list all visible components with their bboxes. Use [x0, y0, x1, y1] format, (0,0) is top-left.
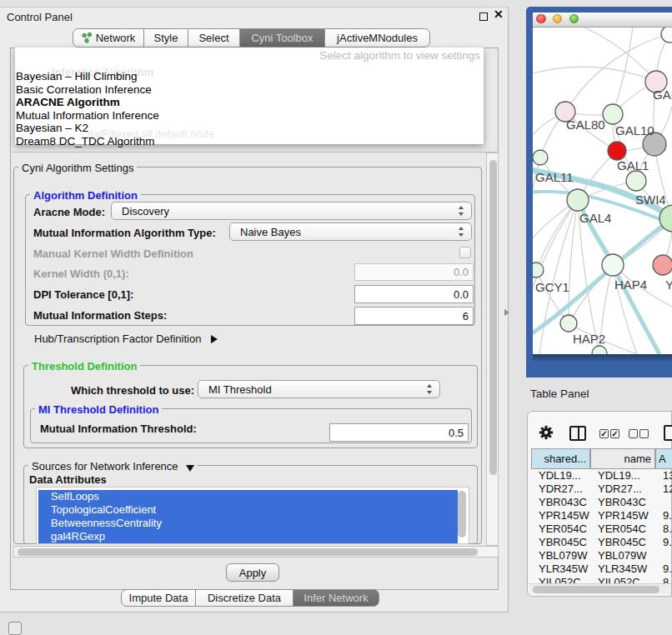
attribute-list-item[interactable]: TopologicalCoefficient [38, 503, 458, 517]
node-label: GAL11 [535, 170, 574, 184]
panel-divider-collapse-icon[interactable] [504, 309, 509, 316]
table-row[interactable]: YLR345WYLR345W9. [532, 562, 672, 576]
network-window-titlebar[interactable] [533, 12, 672, 28]
select-all-columns-icon[interactable]: ✓ [599, 429, 609, 438]
attribute-list-item[interactable]: SelfLoops [38, 490, 458, 503]
table-column-header[interactable]: name [590, 448, 655, 469]
node-label: Y [665, 278, 672, 292]
mi-type-select[interactable]: Naive Bayes [229, 222, 472, 241]
export-table-icon[interactable] [664, 425, 672, 441]
network-canvas[interactable]: GALGAL80GAL10GAL1GAL11SWI4GAL4HAP4YGCY1H… [533, 28, 672, 354]
tab-network[interactable]: Network [73, 28, 144, 48]
table-row[interactable]: YER054CYER054C8. [532, 522, 672, 536]
kernel-width-label: Kernel Width (0,1): [33, 268, 129, 280]
gear-icon[interactable] [539, 425, 554, 440]
tab-label: Infer Network [303, 592, 368, 604]
zoom-traffic-light-icon[interactable] [569, 14, 579, 24]
table-row[interactable]: YPR145WYPR145W9. [532, 509, 672, 522]
tab-infer-network[interactable]: Infer Network [293, 589, 379, 607]
minimize-traffic-light-icon[interactable] [553, 14, 563, 24]
horizontal-scrollbar[interactable] [13, 546, 499, 558]
sources-toggle[interactable]: Sources for Network Inference [28, 460, 198, 472]
table-cell: YLR345W [591, 562, 656, 576]
tab-label: Cyni Toolbox [251, 32, 313, 44]
which-threshold-select[interactable]: MI Threshold [198, 380, 440, 398]
dpi-tolerance-field[interactable]: 0.0 [354, 285, 474, 303]
algorithm-option[interactable]: Bayesian – K2 [16, 122, 483, 135]
manual-kernel-checkbox[interactable] [459, 247, 471, 258]
minimized-panel-button[interactable] [8, 622, 22, 635]
show-columns-icon[interactable] [569, 426, 586, 441]
tab-label: Network [96, 32, 136, 44]
network-view-window: GALGAL80GAL10GAL1GAL11SWI4GAL4HAP4YGCY1H… [526, 7, 672, 378]
node-bottom[interactable] [592, 346, 607, 354]
tab-label: Select [198, 32, 228, 44]
table-row[interactable]: YBR045CYBR045C9. [532, 536, 672, 549]
attribute-list-item[interactable]: BetweennessCentrality [38, 517, 458, 530]
table-horizontal-scrollbar[interactable] [529, 583, 671, 594]
kernel-width-field[interactable]: 0.0 [354, 263, 474, 281]
table-cell: 13 [656, 469, 672, 482]
table-row[interactable]: YDL19...YDL19...13 [532, 469, 672, 482]
mi-threshold-field[interactable]: 0.5 [329, 423, 469, 442]
table-cell: YER054C [591, 522, 656, 536]
aracne-mode-value: Discovery [122, 205, 169, 218]
close-traffic-light-icon[interactable] [536, 14, 546, 24]
table-horizontal-scrollbar-thumb[interactable] [533, 586, 659, 593]
top-tab-bar: Network Style Select Cyni Toolbox jActiv… [73, 28, 430, 48]
algorithm-option[interactable]: Basic Correlation Inference [16, 83, 483, 97]
table-row[interactable]: YBL079WYBL079W [532, 549, 672, 562]
tab-cyni-toolbox[interactable]: Cyni Toolbox [239, 28, 325, 48]
tab-label: Discretize Data [208, 592, 281, 604]
tab-select[interactable]: Select [188, 28, 240, 48]
data-attributes-list[interactable]: SelfLoopsTopologicalCoefficientBetweenne… [36, 487, 469, 544]
table-cell: 9. [656, 562, 672, 576]
table-row[interactable]: YDR27...YDR27...12 [532, 482, 672, 496]
node-label: HAP2 [573, 332, 605, 346]
vertical-scrollbar[interactable] [486, 152, 499, 546]
mi-steps-field[interactable]: 6 [354, 307, 474, 325]
attribute-list-item[interactable]: gal4RGexp [38, 530, 458, 543]
table-row[interactable]: YBR043CYBR043C [532, 496, 672, 509]
node-gcy1[interactable] [533, 262, 544, 278]
node-gal1[interactable] [626, 171, 646, 191]
node-salmon[interactable] [653, 255, 672, 275]
tab-discretize-data[interactable]: Discretize Data [195, 589, 293, 607]
which-threshold-label: Which threshold to use: [71, 384, 194, 397]
node-gal4[interactable] [567, 189, 589, 211]
node-gal10[interactable] [603, 104, 623, 124]
algorithm-option[interactable]: ARACNE Algorithm [16, 96, 483, 109]
float-window-icon[interactable] [479, 12, 488, 21]
node-hap4[interactable] [602, 254, 624, 276]
vertical-scrollbar-thumb[interactable] [489, 160, 497, 475]
algorithm-option[interactable]: Bayesian – Hill Climbing [16, 70, 483, 83]
deselect-all-columns-icon2[interactable] [639, 429, 649, 438]
tab-style[interactable]: Style [143, 28, 188, 48]
node-top-partial[interactable] [661, 28, 672, 42]
combo-arrows-icon [427, 384, 433, 394]
apply-button[interactable]: Apply [226, 563, 279, 582]
apply-label: Apply [239, 567, 267, 579]
select-all-columns-icon2[interactable]: ✓ [610, 429, 619, 438]
list-scrollbar[interactable] [458, 491, 466, 538]
mi-threshold-label: Mutual Information Threshold: [40, 422, 197, 435]
node-gal11[interactable] [533, 150, 548, 165]
hub-definition-toggle[interactable]: Hub/Transcription Factor Definition [34, 332, 218, 345]
close-icon[interactable]: ✕ [494, 8, 504, 21]
node-red[interactable] [608, 142, 626, 160]
dropdown-prompt: Select algorithm to view settings [319, 49, 480, 62]
node-label: GAL4 [579, 211, 611, 225]
horizontal-scrollbar-thumb[interactable] [18, 548, 478, 556]
algorithm-option[interactable]: Dream8 DC_TDC Algorithm [16, 135, 483, 148]
node-hap2[interactable] [560, 315, 577, 332]
algorithm-option[interactable]: Mutual Information Inference [16, 109, 483, 122]
dpi-tolerance-label: DPI Tolerance [0,1]: [33, 288, 133, 301]
hub-definition-label: Hub/Transcription Factor Definition [34, 332, 201, 345]
tab-impute-data[interactable]: Impute Data [121, 589, 196, 607]
table-column-header[interactable]: shared... [531, 448, 590, 469]
table-panel-title: Table Panel [530, 388, 589, 400]
table-column-header[interactable]: A [655, 448, 672, 469]
tab-jactivemnodules[interactable]: jActiveMNodules [324, 28, 430, 48]
deselect-all-columns-icon[interactable] [629, 429, 638, 438]
aracne-mode-select[interactable]: Discovery [111, 202, 472, 220]
